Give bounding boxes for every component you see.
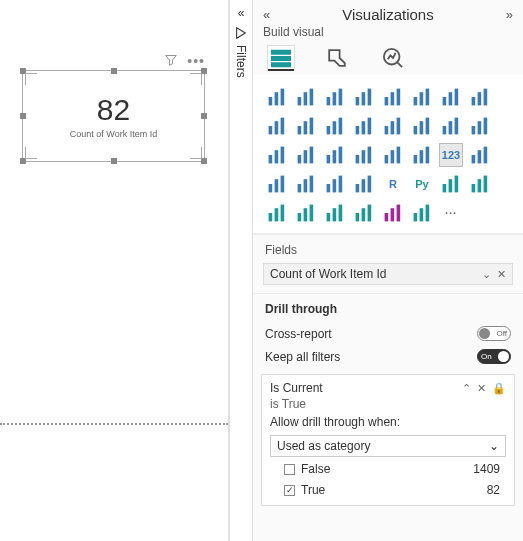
svg-rect-22 — [443, 97, 447, 105]
area-chart-icon[interactable] — [468, 85, 492, 109]
clustered-bar-icon[interactable] — [323, 85, 347, 109]
goals-icon[interactable] — [323, 201, 347, 225]
filters-pane-collapsed[interactable]: « Filters — [229, 0, 253, 541]
power-apps-icon[interactable] — [381, 201, 405, 225]
line-clustered-column-icon[interactable] — [323, 114, 347, 138]
paginated-icon[interactable] — [352, 201, 376, 225]
focus-corner — [25, 73, 37, 85]
pane-mode-tabs — [253, 45, 523, 75]
svg-rect-26 — [478, 92, 482, 105]
drill-value-row[interactable]: False1409 — [270, 460, 506, 478]
svg-rect-5 — [275, 92, 279, 105]
resize-handle[interactable] — [111, 158, 117, 164]
line-stacked-column-icon[interactable] — [294, 114, 318, 138]
stacked-bar-icon[interactable] — [265, 85, 289, 109]
svg-rect-24 — [455, 89, 459, 106]
qa-icon[interactable] — [265, 201, 289, 225]
svg-rect-79 — [327, 184, 331, 192]
more-visuals-icon[interactable]: ··· — [439, 201, 463, 225]
analytics-tab[interactable] — [379, 45, 407, 71]
field-well[interactable]: Count of Work Item Id ⌄✕ — [263, 263, 513, 285]
visualizations-pane: « Visualizations » Build visual 123RPy··… — [253, 0, 523, 541]
drill-mode-select[interactable]: Used as category ⌄ — [270, 435, 506, 457]
svg-rect-76 — [298, 184, 302, 192]
matrix-icon[interactable] — [352, 172, 376, 196]
remove-field-icon[interactable]: ✕ — [497, 268, 506, 281]
lock-icon[interactable]: 🔒 — [492, 382, 506, 395]
ribbon-chart-icon[interactable] — [352, 114, 376, 138]
funnel-icon[interactable] — [410, 114, 434, 138]
100pct-bar-icon[interactable] — [381, 85, 405, 109]
key-influencers-icon[interactable] — [439, 172, 463, 196]
line-chart-icon[interactable] — [439, 85, 463, 109]
stacked-area-icon[interactable] — [265, 114, 289, 138]
svg-rect-25 — [472, 97, 476, 105]
azure-map-icon[interactable] — [381, 143, 405, 167]
filled-map-icon[interactable] — [352, 143, 376, 167]
report-canvas[interactable]: ••• 82 Count of Work Item Id — [0, 0, 229, 541]
r-visual-icon[interactable]: R — [381, 172, 405, 196]
decomposition-tree-icon[interactable] — [468, 172, 492, 196]
resize-handle[interactable] — [201, 113, 207, 119]
pie-chart-icon[interactable] — [468, 114, 492, 138]
checkbox[interactable] — [284, 464, 295, 475]
more-options-icon[interactable]: ••• — [187, 58, 205, 64]
svg-rect-30 — [281, 118, 285, 135]
cross-report-toggle[interactable]: Off — [477, 326, 511, 341]
svg-rect-71 — [478, 150, 482, 163]
gauge-icon[interactable] — [410, 143, 434, 167]
keep-filters-toggle[interactable]: On — [477, 349, 511, 364]
power-automate-icon[interactable] — [410, 201, 434, 225]
expand-filters-icon[interactable]: « — [238, 6, 245, 20]
treemap-icon[interactable] — [294, 143, 318, 167]
svg-rect-63 — [368, 147, 372, 164]
svg-rect-77 — [304, 179, 308, 192]
svg-rect-107 — [420, 208, 424, 221]
svg-rect-19 — [414, 97, 418, 105]
waterfall-icon[interactable] — [381, 114, 405, 138]
collapse-icon[interactable]: ⌃ — [462, 382, 471, 395]
clustered-column-icon[interactable] — [352, 85, 376, 109]
resize-handle[interactable] — [111, 68, 117, 74]
svg-rect-104 — [391, 208, 395, 221]
svg-rect-62 — [362, 150, 366, 163]
format-visual-tab[interactable] — [323, 45, 351, 71]
map-icon[interactable] — [323, 143, 347, 167]
collapse-viz-icon[interactable]: « — [263, 7, 270, 22]
scatter-icon[interactable] — [439, 114, 463, 138]
svg-rect-101 — [362, 208, 366, 221]
svg-rect-93 — [281, 205, 285, 222]
svg-rect-72 — [484, 147, 488, 164]
svg-rect-14 — [362, 92, 366, 105]
checkbox[interactable]: ✓ — [284, 485, 295, 496]
100pct-column-icon[interactable] — [410, 85, 434, 109]
remove-drill-field-icon[interactable]: ✕ — [477, 382, 486, 395]
card-icon[interactable]: 123 — [439, 143, 463, 167]
svg-rect-4 — [269, 97, 273, 105]
kpi-icon[interactable] — [265, 172, 289, 196]
card-visual[interactable]: 82 Count of Work Item Id — [22, 70, 205, 162]
filters-pane-label: Filters — [234, 45, 248, 78]
drill-value-row[interactable]: ✓True82 — [270, 481, 506, 499]
donut-chart-icon[interactable] — [265, 143, 289, 167]
svg-rect-58 — [327, 155, 331, 163]
svg-rect-12 — [339, 89, 343, 106]
svg-rect-11 — [333, 92, 337, 105]
value-count: 82 — [487, 483, 500, 497]
value-label: True — [301, 483, 325, 497]
filter-icon[interactable] — [165, 52, 177, 70]
svg-rect-6 — [281, 89, 285, 106]
narrative-icon[interactable] — [294, 201, 318, 225]
expand-viz-icon[interactable]: » — [506, 7, 513, 22]
stacked-column-icon[interactable] — [294, 85, 318, 109]
resize-handle[interactable] — [20, 113, 26, 119]
build-visual-tab[interactable] — [267, 45, 295, 71]
slicer-icon[interactable] — [294, 172, 318, 196]
chevron-down-icon[interactable]: ⌄ — [482, 268, 491, 281]
multi-row-card-icon[interactable] — [468, 143, 492, 167]
table-icon[interactable] — [323, 172, 347, 196]
py-visual-icon[interactable]: Py — [410, 172, 434, 196]
svg-rect-82 — [356, 184, 360, 192]
value-count: 1409 — [473, 462, 500, 476]
svg-rect-29 — [275, 121, 279, 134]
